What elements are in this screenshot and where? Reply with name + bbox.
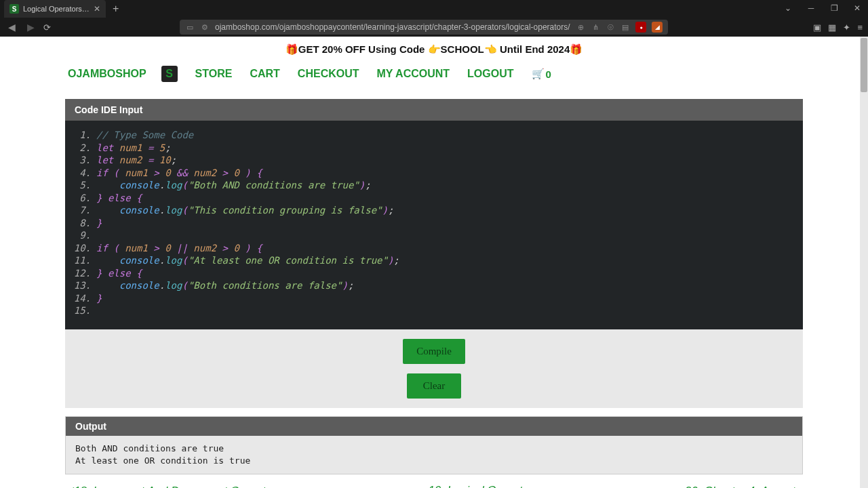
url-text: ojamboshop.com/ojamboshoppaycontent/lear… xyxy=(215,22,570,32)
forward-icon: ▶ xyxy=(24,22,37,33)
url-bar[interactable]: ▭ ⚙ ojamboshop.com/ojamboshoppaycontent/… xyxy=(180,20,668,35)
minimize-icon[interactable]: ─ xyxy=(800,0,822,16)
menu-icon[interactable]: ≡ xyxy=(857,22,863,33)
reader-icon[interactable]: ▤ xyxy=(620,23,630,32)
back-icon[interactable]: ◀ xyxy=(5,22,18,33)
output-body: Both AND conditions are true At least on… xyxy=(66,436,802,474)
sidebar-icon[interactable]: ▣ xyxy=(813,22,821,33)
main-content: Code IDE Input 1// Type Some Code 2let n… xyxy=(0,99,868,488)
window-controls: ⌄ ─ ❐ ✕ xyxy=(777,0,868,18)
nav-brand[interactable]: OJAMBOSHOP xyxy=(68,68,146,80)
share-icon[interactable]: ⋔ xyxy=(591,23,600,32)
nav-cart[interactable]: CART xyxy=(250,68,279,80)
nav-store[interactable]: STORE xyxy=(195,68,233,80)
site-nav: OJAMBOSHOP S STORE CART CHECKOUT MY ACCO… xyxy=(0,58,868,89)
reload-icon[interactable]: ⟳ xyxy=(43,22,51,33)
scrollbar[interactable] xyxy=(860,37,868,488)
code-ide-panel: Code IDE Input 1// Type Some Code 2let n… xyxy=(65,99,803,408)
cart-count: 0 xyxy=(546,68,551,80)
tab-bar: S Logical Operators - Ojamb… ✕ + ⌄ ─ ❐ ✕ xyxy=(0,0,868,18)
clear-button[interactable]: Clear xyxy=(407,373,461,399)
extension-icon[interactable]: ⬥ xyxy=(635,22,646,33)
chevron-down-icon[interactable]: ⌄ xyxy=(777,0,799,16)
promo-banner: 🎁GET 20% OFF Using Code 👉SCHOOL👈 Until E… xyxy=(0,37,868,58)
code-ide-header: Code IDE Input xyxy=(65,99,803,121)
cart-icon[interactable]: 🛒0 xyxy=(532,68,551,80)
triangle-left-icon: ◀ xyxy=(65,485,74,489)
nav-checkout[interactable]: CHECKOUT xyxy=(298,68,359,80)
pager: ◀18. Increment And Decrement Operators 1… xyxy=(65,474,803,489)
sparkle-icon[interactable]: ✦ xyxy=(843,22,850,33)
bookmark-icon[interactable]: ▭ xyxy=(185,23,195,32)
close-window-icon[interactable]: ✕ xyxy=(846,0,868,16)
close-icon[interactable]: ✕ xyxy=(94,4,100,14)
output-panel: Output Both AND conditions are true At l… xyxy=(65,416,803,474)
code-editor[interactable]: 1// Type Some Code 2let num1 = 5; 3let n… xyxy=(65,121,803,329)
browser-chrome: S Logical Operators - Ojamb… ✕ + ⌄ ─ ❐ ✕… xyxy=(0,0,868,37)
new-tab-button[interactable]: + xyxy=(106,0,125,18)
favicon: S xyxy=(9,4,19,14)
triangle-right-icon: ▶ xyxy=(794,485,803,489)
nav-account[interactable]: MY ACCOUNT xyxy=(377,68,450,80)
pager-next[interactable]: 20. Chapter 4: Arrays▶ xyxy=(685,484,803,489)
output-header: Output xyxy=(66,417,802,436)
scrollbar-thumb[interactable] xyxy=(861,38,867,92)
toolbar: ◀ ▶ ⟳ ▭ ⚙ ojamboshop.com/ojamboshoppayco… xyxy=(0,18,868,37)
zoom-icon[interactable]: ⊕ xyxy=(576,23,585,32)
browser-tab[interactable]: S Logical Operators - Ojamb… ✕ xyxy=(4,0,106,18)
tab-title: Logical Operators - Ojamb… xyxy=(23,5,90,13)
compile-button[interactable]: Compile xyxy=(403,339,465,364)
nav-logout[interactable]: LOGOUT xyxy=(467,68,513,80)
extensions-icon[interactable]: ▦ xyxy=(828,22,836,33)
site-info-icon[interactable]: ⚙ xyxy=(200,23,210,32)
page: 🎁GET 20% OFF Using Code 👉SCHOOL👈 Until E… xyxy=(0,37,868,488)
maximize-icon[interactable]: ❐ xyxy=(823,0,845,16)
pager-current[interactable]: 19. Logical Operators xyxy=(428,484,538,488)
ide-actions: Compile Clear xyxy=(65,329,803,408)
promo-text: 🎁GET 20% OFF Using Code 👉SCHOOL👈 Until E… xyxy=(285,43,583,56)
pager-prev[interactable]: ◀18. Increment And Decrement Operators xyxy=(65,484,281,489)
brand-logo-icon[interactable]: S xyxy=(161,66,178,82)
chrome-right-icons: ▣ ▦ ✦ ≡ xyxy=(813,22,863,33)
extension-icon-2[interactable]: ◢ xyxy=(652,22,663,33)
rss-icon[interactable]: ⦾ xyxy=(606,23,615,32)
